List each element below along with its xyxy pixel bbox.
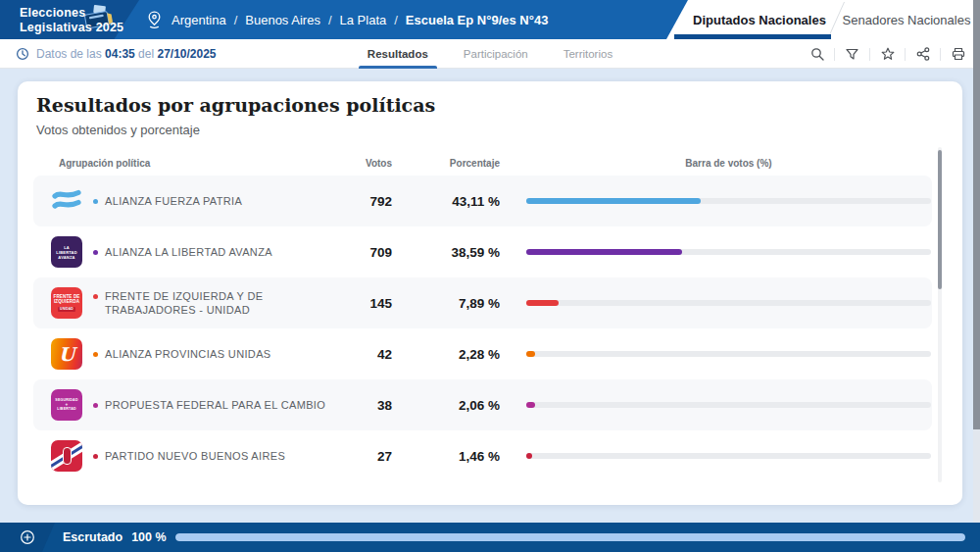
- vote-bar: [526, 402, 931, 408]
- party-name: ALIANZA FUERZA PATRIA: [105, 194, 242, 209]
- election-type-tabs: Diputados Nacionales Senadores Nacionale…: [637, 0, 980, 39]
- icon-divider: [940, 48, 941, 61]
- vote-bar-fill: [526, 198, 701, 204]
- table-row: U ALIANZA PROVINCIAS UNIDAS 42 2,28 %: [18, 328, 962, 379]
- escrutado-progress-track: [175, 533, 965, 541]
- vote-bar-fill: [526, 453, 532, 459]
- party-color-dot: [93, 199, 98, 204]
- breadcrumb-item-country[interactable]: Argentina: [172, 13, 226, 27]
- table-row: LA LIBERTAD AVANZA ALIANZA LA LIBERTAD A…: [18, 226, 962, 277]
- party-logo-la-libertad-avanza: LA LIBERTAD AVANZA: [51, 236, 82, 268]
- column-header-bar: Barra de votos (%): [526, 158, 931, 169]
- percentage-value: 7,89 %: [410, 277, 500, 328]
- card-title: Resultados por agrupaciones políticas: [36, 94, 435, 116]
- party-color-dot: [93, 403, 98, 408]
- toolbar: Datos de las 04:35 del 27/10/2025 Result…: [0, 39, 980, 69]
- party-logo-partido-nuevo-buenos-aires: [51, 440, 82, 472]
- breadcrumb-separator: /: [394, 13, 398, 27]
- vote-bar: [526, 198, 931, 204]
- table-row: PARTIDO NUEVO BUENOS AIRES 27 1,46 %: [18, 430, 962, 481]
- print-icon[interactable]: [950, 46, 966, 63]
- card-subtitle: Votos obtenidos y porcentaje: [36, 123, 200, 137]
- percentage-value: 2,06 %: [410, 379, 500, 430]
- vote-bar-fill: [526, 249, 682, 255]
- column-header-percentage: Porcentaje: [410, 158, 500, 169]
- tab-senadores-nacionales[interactable]: Senadores Nacionales: [838, 0, 975, 39]
- vote-bar: [526, 351, 931, 357]
- party-name: PROPUESTA FEDERAL PARA EL CAMBIO: [105, 398, 325, 413]
- party-name: PARTIDO NUEVO BUENOS AIRES: [105, 449, 285, 464]
- filter-icon[interactable]: [844, 46, 860, 63]
- table-row: SEGURIDAD + LIBERTAD PROPUESTA FEDERAL P…: [18, 379, 962, 430]
- table-scrollbar-thumb[interactable]: [938, 150, 942, 289]
- active-tab-underline: [674, 34, 831, 39]
- votes-value: 709: [314, 226, 392, 277]
- breadcrumb-separator: /: [328, 13, 332, 27]
- share-icon[interactable]: [914, 46, 931, 63]
- footer-bar: Escrutado 100 %: [0, 523, 980, 552]
- party-logo-provincias-unidas: U: [51, 338, 82, 370]
- percentage-value: 43,11 %: [410, 176, 500, 226]
- party-logo-propuesta-federal: SEGURIDAD + LIBERTAD: [51, 389, 82, 421]
- votes-value: 42: [314, 328, 392, 379]
- votes-value: 27: [314, 430, 392, 481]
- votes-value: 38: [314, 379, 392, 430]
- top-header: Elecciones Legislativas 2025 Argentina /…: [0, 0, 980, 39]
- breadcrumb-item-school[interactable]: Escuela Ep N°9/es N°43: [406, 13, 549, 27]
- percentage-value: 38,59 %: [410, 226, 500, 277]
- party-color-dot: [93, 294, 98, 299]
- page-scrollbar[interactable]: [973, 0, 980, 523]
- vote-bar: [526, 300, 931, 306]
- table-scrollbar[interactable]: [938, 147, 942, 482]
- escrutado-progress-fill: [175, 533, 965, 541]
- party-color-dot: [93, 250, 98, 255]
- icon-divider: [869, 48, 870, 61]
- search-icon[interactable]: [808, 46, 825, 63]
- star-icon[interactable]: [879, 46, 896, 63]
- results-table: ALIANZA FUERZA PATRIA 792 43,11 % LA LIB…: [18, 176, 962, 481]
- escrutado-label: Escrutado: [63, 530, 122, 544]
- location-pin-icon: [147, 11, 162, 28]
- party-color-dot: [93, 352, 98, 357]
- column-header-votes: Votos: [314, 158, 392, 169]
- icon-divider: [905, 48, 906, 61]
- brand-line1: Elecciones: [20, 6, 123, 21]
- zoom-plus-button[interactable]: [20, 529, 35, 549]
- percentage-value: 1,46 %: [410, 430, 500, 481]
- breadcrumb-item-city[interactable]: La Plata: [340, 13, 387, 27]
- tab-participacion[interactable]: Participación: [461, 39, 531, 69]
- vote-bar: [526, 249, 931, 255]
- vote-bar-fill: [526, 402, 535, 408]
- table-row: ALIANZA FUERZA PATRIA 792 43,11 %: [18, 176, 962, 226]
- votes-value: 792: [314, 176, 392, 226]
- tab-resultados[interactable]: Resultados: [365, 39, 431, 69]
- percentage-value: 2,28 %: [410, 328, 500, 379]
- breadcrumb: Argentina / Buenos Aires / La Plata / Es…: [147, 0, 548, 39]
- icon-divider: [834, 48, 835, 61]
- toolbar-actions: [808, 39, 966, 69]
- column-header-party: Agrupación política: [59, 158, 150, 169]
- page-scrollbar-thumb[interactable]: [973, 0, 980, 429]
- party-name: ALIANZA LA LIBERTAD AVANZA: [105, 245, 272, 260]
- tab-diputados-nacionales[interactable]: Diputados Nacionales: [686, 0, 833, 39]
- vote-bar: [526, 453, 931, 459]
- votes-value: 145: [314, 277, 392, 328]
- breadcrumb-item-province[interactable]: Buenos Aires: [245, 13, 320, 27]
- party-logo-fuerza-patria: [51, 185, 82, 217]
- escrutado-value: 100 %: [131, 530, 166, 544]
- escrutado-progress: Escrutado 100 %: [63, 523, 965, 552]
- party-color-dot: [93, 454, 98, 459]
- tab-territorios[interactable]: Territorios: [561, 39, 615, 69]
- party-logo-frente-de-izquierda: FRENTE DE IZQUIERDA UNIDAD: [51, 287, 82, 319]
- vote-bar-fill: [526, 300, 559, 306]
- vote-bar-fill: [526, 351, 535, 357]
- table-row: FRENTE DE IZQUIERDA UNIDAD FRENTE DE IZQ…: [18, 277, 962, 328]
- brand-line2: Legislativas 2025: [20, 21, 123, 35]
- results-card: Resultados por agrupaciones políticas Vo…: [18, 81, 962, 505]
- breadcrumb-separator: /: [234, 13, 238, 27]
- brand-logo[interactable]: Elecciones Legislativas 2025: [20, 6, 123, 35]
- party-name: ALIANZA PROVINCIAS UNIDAS: [105, 347, 271, 362]
